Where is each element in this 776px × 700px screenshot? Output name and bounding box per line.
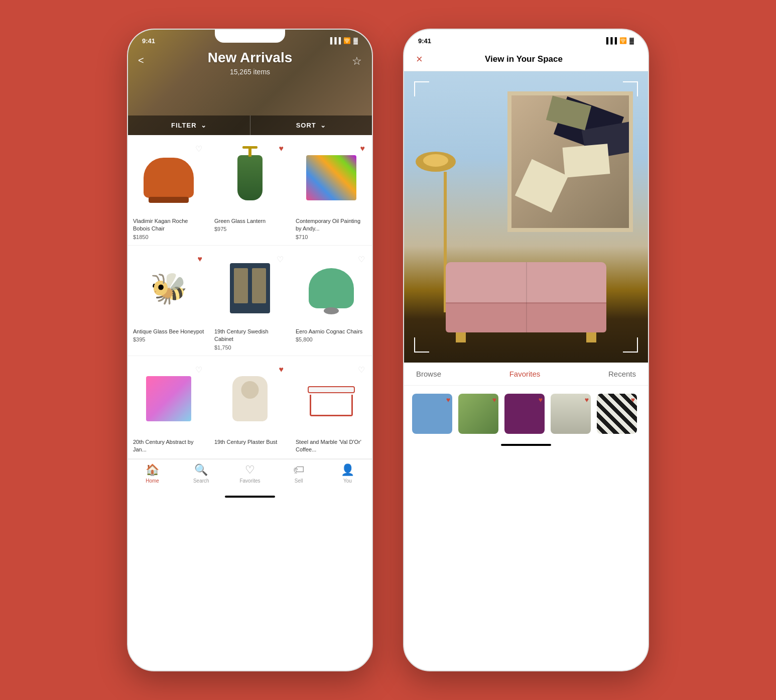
ar-bottom-tabs: Browse Favorites Recents bbox=[404, 363, 648, 386]
product-header: 9:41 ▐▐▐ 🛜 ▓ < ☆ New Arrivals 15,265 ite… bbox=[128, 30, 372, 135]
search-icon: 🔍 bbox=[194, 463, 208, 477]
abstract-painting-image bbox=[146, 376, 191, 421]
heart-icon-5[interactable]: ♡ bbox=[277, 255, 284, 264]
close-button[interactable]: × bbox=[416, 53, 423, 66]
ar-tab-browse[interactable]: Browse bbox=[416, 370, 441, 378]
painting-image bbox=[306, 155, 356, 200]
product-image-4: ♥ bbox=[133, 253, 204, 324]
wifi-icon-2: 🛜 bbox=[619, 37, 627, 44]
product-name-7: 20th Century Abstract by Jan... bbox=[133, 438, 204, 454]
lantern-image bbox=[237, 155, 263, 200]
fav-heart-4: ♥ bbox=[585, 396, 589, 404]
product-name-5: 19th Century Swedish Cabinet bbox=[214, 328, 286, 343]
sort-chevron-icon: ⌄ bbox=[320, 122, 326, 129]
tab-favorites[interactable]: ♡ Favorites bbox=[225, 463, 274, 484]
product-image-9: ♡ bbox=[296, 363, 367, 434]
product-name-8: 19th Century Plaster Bust bbox=[214, 438, 286, 446]
lamp-head bbox=[416, 152, 456, 172]
home-indicator-1 bbox=[225, 496, 275, 498]
ar-nav-bar: × View in Your Space bbox=[404, 48, 648, 71]
phone-1: 9:41 ▐▐▐ 🛜 ▓ < ☆ New Arrivals 15,265 ite… bbox=[127, 29, 373, 671]
heart-icon-1[interactable]: ♡ bbox=[195, 144, 202, 154]
fav-item-4[interactable]: ♥ bbox=[551, 394, 591, 434]
product-cell-1[interactable]: ♡ Vladimir Kagan Roche Bobois Chair $185… bbox=[128, 135, 209, 246]
tab-you[interactable]: 👤 You bbox=[323, 463, 372, 484]
notch-1 bbox=[215, 30, 285, 43]
chair-image bbox=[144, 158, 194, 198]
product-image-1: ♡ bbox=[133, 142, 204, 213]
product-cell-6[interactable]: ♡ Eero Aarnio Cognac Chairs $5,800 bbox=[291, 246, 372, 356]
home-icon: 🏠 bbox=[146, 463, 159, 477]
notch-2 bbox=[491, 30, 561, 43]
product-image-6: ♡ bbox=[296, 253, 367, 324]
signal-icon: ▐▐▐ bbox=[328, 37, 341, 44]
product-price-4: $395 bbox=[133, 336, 204, 342]
product-cell-5[interactable]: ♡ 19th Century Swedish Cabinet $1,750 bbox=[209, 246, 291, 356]
tab-search[interactable]: 🔍 Search bbox=[177, 463, 225, 484]
header-title-area: New Arrivals 15,265 items bbox=[128, 50, 372, 76]
ar-tab-recents[interactable]: Recents bbox=[608, 370, 636, 378]
fav-heart-5: ♥ bbox=[631, 396, 635, 404]
fav-item-5[interactable]: ♥ bbox=[597, 394, 637, 434]
product-cell-8[interactable]: ♥ 19th Century Plaster Bust bbox=[209, 356, 291, 459]
bust-image bbox=[232, 376, 268, 421]
page-title: New Arrivals bbox=[128, 50, 372, 66]
heart-icon-4[interactable]: ♥ bbox=[198, 255, 203, 264]
phone-2: 9:41 ▐▐▐ 🛜 ▓ × View in Your Space bbox=[403, 29, 649, 671]
fav-item-3[interactable]: ♥ bbox=[504, 394, 545, 434]
tab-you-label: You bbox=[343, 478, 352, 484]
product-name-9: Steel and Marble 'Val D'Or' Coffee... bbox=[296, 438, 367, 454]
product-grid-wrapper: ♡ Vladimir Kagan Roche Bobois Chair $185… bbox=[128, 135, 372, 459]
product-cell-7[interactable]: ♡ 20th Century Abstract by Jan... bbox=[128, 356, 209, 459]
painting-shape-5 bbox=[515, 159, 568, 212]
bee-image bbox=[144, 271, 194, 306]
product-name-3: Contemporary Oil Painting by Andy... bbox=[296, 217, 367, 233]
ar-tab-favorites[interactable]: Favorites bbox=[509, 370, 541, 378]
product-cell-3[interactable]: ♥ Contemporary Oil Painting by Andy... $… bbox=[291, 135, 372, 246]
filter-label: FILTER bbox=[171, 122, 197, 129]
product-price-1: $1850 bbox=[133, 234, 204, 240]
heart-icon-6[interactable]: ♡ bbox=[358, 255, 365, 264]
product-name-6: Eero Aarnio Cognac Chairs bbox=[296, 328, 367, 335]
coffee-table-image bbox=[306, 381, 356, 416]
product-cell-9[interactable]: ♡ Steel and Marble 'Val D'Or' Coffee... bbox=[291, 356, 372, 459]
product-price-6: $5,800 bbox=[296, 336, 367, 342]
favorites-icon: ♡ bbox=[245, 463, 255, 477]
tab-sell-label: Sell bbox=[295, 478, 303, 484]
item-count: 15,265 items bbox=[128, 68, 372, 76]
heart-icon-8[interactable]: ♥ bbox=[279, 365, 284, 374]
fav-item-1[interactable]: ♥ bbox=[412, 394, 452, 434]
status-icons-2: ▐▐▐ 🛜 ▓ bbox=[604, 37, 634, 44]
sofa-leg-left bbox=[456, 332, 466, 342]
filter-button[interactable]: FILTER ⌄ bbox=[128, 115, 250, 135]
product-name-1: Vladimir Kagan Roche Bobois Chair bbox=[133, 217, 204, 233]
heart-icon-9[interactable]: ♡ bbox=[358, 365, 365, 375]
tab-sell[interactable]: 🏷 Sell bbox=[275, 463, 323, 484]
heart-icon-3[interactable]: ♥ bbox=[360, 144, 365, 153]
signal-icon-2: ▐▐▐ bbox=[604, 37, 617, 44]
sort-button[interactable]: SORT ⌄ bbox=[250, 115, 372, 135]
ar-corner-br bbox=[623, 337, 638, 353]
product-image-5: ♡ bbox=[214, 253, 286, 324]
fav-heart-1: ♥ bbox=[446, 396, 450, 404]
sofa-divider bbox=[526, 262, 527, 332]
product-cell-2[interactable]: ♥ Green Glass Lantern $975 bbox=[209, 135, 291, 246]
filter-sort-bar: FILTER ⌄ SORT ⌄ bbox=[128, 115, 372, 135]
fav-item-2[interactable]: ♥ bbox=[458, 394, 498, 434]
product-cell-4[interactable]: ♥ Antique Glass Bee Honeypot $395 bbox=[128, 246, 209, 356]
sofa-back bbox=[446, 262, 606, 302]
heart-icon-2[interactable]: ♥ bbox=[279, 144, 284, 153]
tab-home[interactable]: 🏠 Home bbox=[128, 463, 177, 484]
product-name-2: Green Glass Lantern bbox=[214, 217, 286, 225]
ar-sofa bbox=[446, 262, 606, 332]
wifi-icon: 🛜 bbox=[343, 37, 351, 44]
status-time-2: 9:41 bbox=[418, 37, 431, 45]
sort-label: SORT bbox=[296, 122, 316, 129]
heart-icon-7[interactable]: ♡ bbox=[195, 365, 202, 375]
sell-icon: 🏷 bbox=[293, 463, 304, 477]
painting-shape-4 bbox=[563, 144, 610, 178]
profile-icon: 👤 bbox=[341, 463, 354, 477]
fav-heart-2: ♥ bbox=[492, 396, 496, 404]
product-image-8: ♥ bbox=[214, 363, 286, 434]
ar-view[interactable] bbox=[404, 71, 648, 363]
